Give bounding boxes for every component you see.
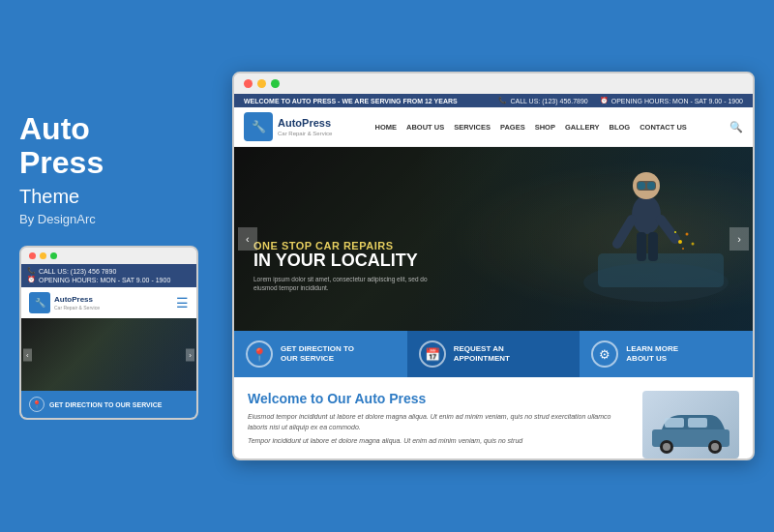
svg-point-20: [663, 443, 670, 451]
hero-text: ONE STOP CAR REPAIRS IN YOUR LOCALITY Lo…: [253, 240, 447, 292]
welcome-paragraph2: Tempor incididunt ut labore et dolore ma…: [248, 436, 631, 447]
mobile-cta-text: GET DIRECTION TO OUR SERVICE: [49, 401, 162, 408]
svg-rect-9: [637, 232, 646, 261]
desktop-hours-text: OPENING HOURS: MON - SAT 9.00 - 1900: [611, 98, 743, 104]
mobile-logo-text: AutoPress: [54, 295, 100, 305]
svg-point-13: [674, 231, 676, 233]
welcome-section: Welcome to Our Auto Press Eiusmod tempor…: [234, 377, 753, 458]
desktop-hero: ONE STOP CAR REPAIRS IN YOUR LOCALITY Lo…: [234, 147, 753, 331]
app-title: Auto Press: [19, 112, 208, 180]
desktop-right-info: 📞 CALL US: (123) 456.7890 ⏰ OPENING HOUR…: [498, 97, 743, 104]
welcome-heading: Welcome to Our Auto Press: [248, 391, 631, 406]
desktop-top-bar: [234, 74, 753, 94]
mobile-mockup: 📞 CALL US: (123) 456 7890 ⏰ OPENING HOUR…: [19, 246, 198, 420]
desktop-mockup: WELCOME TO AUTO PRESS - WE ARE SERVING F…: [232, 72, 755, 460]
desktop-dot-red: [244, 79, 253, 88]
clock-icon: ⏰: [600, 97, 609, 104]
search-icon[interactable]: 🔍: [729, 121, 743, 133]
cta-direction[interactable]: 📍 GET DIRECTION TO OUR SERVICE: [234, 331, 407, 377]
mobile-prev-arrow[interactable]: ‹: [23, 348, 32, 361]
mobile-next-arrow[interactable]: ›: [186, 348, 194, 361]
cta-appointment-text: REQUEST AN APPOINTMENT: [454, 344, 510, 365]
cta-appointment-icon: 📅: [419, 340, 446, 368]
desktop-logo-area: 🔧 AutoPress Car Repair & Service: [244, 112, 332, 141]
svg-point-2: [632, 195, 661, 234]
desktop-info-bar: WELCOME TO AUTO PRESS - WE ARE SERVING F…: [234, 94, 753, 107]
mobile-logo-area: 🔧 AutoPress Car Repair & Service: [29, 292, 100, 313]
svg-rect-1: [598, 253, 724, 287]
desktop-nav-links: HOME ABOUT US SERVICES PAGES SHOP GALLER…: [375, 123, 687, 132]
mobile-nav-bar: 🔧 AutoPress Car Repair & Service ☰: [21, 287, 196, 318]
cta-appointment[interactable]: 📅 REQUEST AN APPOINTMENT: [407, 331, 580, 377]
desktop-phone-info: 📞 CALL US: (123) 456.7890: [498, 97, 587, 104]
mobile-clock-icon: ⏰: [27, 276, 36, 283]
phone-icon: 📞: [498, 97, 507, 104]
desktop-logo-sub: Car Repair & Service: [278, 131, 332, 136]
mobile-hours-label: OPENING HOURS: MON - SAT 9.00 - 1900: [39, 277, 170, 283]
hero-next-arrow[interactable]: ›: [729, 227, 749, 251]
nav-home[interactable]: HOME: [375, 123, 398, 132]
welcome-text-area: Welcome to Our Auto Press Eiusmod tempor…: [248, 391, 631, 458]
mobile-phone-icon: 📞: [27, 267, 36, 275]
mobile-phone-label: CALL US: (123) 456 7890: [39, 268, 116, 275]
svg-point-12: [686, 233, 689, 236]
svg-rect-6: [647, 182, 655, 190]
mobile-info-bar: 📞 CALL US: (123) 456 7890 ⏰ OPENING HOUR…: [21, 264, 196, 287]
cta-direction-icon: 📍: [246, 340, 273, 368]
svg-point-11: [678, 240, 682, 244]
mobile-hero: ‹ ›: [21, 318, 196, 391]
svg-point-15: [682, 248, 684, 250]
hero-line2: IN YOUR LOCALITY: [253, 251, 447, 271]
nav-contact[interactable]: CONTACT US: [640, 123, 687, 132]
mobile-dot-yellow: [40, 252, 46, 259]
welcome-image: [642, 391, 739, 458]
svg-rect-10: [648, 232, 658, 261]
left-panel: Auto Press Theme By DesignArc 📞 CALL US:…: [19, 112, 208, 420]
mobile-logo-icon: 🔧: [29, 292, 50, 313]
svg-point-22: [711, 443, 719, 451]
cta-learn-more-text: LEARN MORE ABOUT US: [626, 344, 678, 365]
nav-services[interactable]: SERVICES: [454, 123, 491, 132]
app-subtitle: Theme: [19, 186, 208, 208]
app-by: By DesignArc: [19, 212, 208, 226]
desktop-nav-bar: 🔧 AutoPress Car Repair & Service HOME AB…: [234, 107, 753, 147]
desktop-logo-icon: 🔧: [244, 112, 273, 141]
hero-mechanic-bg: [416, 147, 753, 331]
welcome-paragraph1: Eiusmod tempor incididunt ut labore et d…: [248, 412, 631, 432]
hero-desc: Lorem ipsum dolor sit amet, consectetur …: [253, 275, 447, 292]
nav-shop[interactable]: SHOP: [535, 123, 555, 132]
svg-line-7: [617, 220, 632, 244]
welcome-heading-brand: Auto Press: [354, 391, 426, 406]
svg-rect-18: [688, 418, 707, 428]
desktop-cta-bar: 📍 GET DIRECTION TO OUR SERVICE 📅 REQUEST…: [234, 331, 753, 377]
svg-rect-5: [638, 182, 645, 190]
desktop-dot-yellow: [257, 79, 266, 88]
mobile-logo-sub: Car Repair & Service: [54, 305, 100, 310]
mobile-dot-green: [50, 252, 57, 259]
nav-about[interactable]: ABOUT US: [406, 123, 444, 132]
svg-point-14: [692, 243, 695, 246]
nav-pages[interactable]: PAGES: [500, 123, 525, 132]
mobile-top-bar: [21, 248, 196, 264]
svg-rect-17: [665, 418, 684, 428]
svg-line-8: [661, 220, 675, 239]
mobile-hero-mechanic: [91, 318, 196, 391]
mechanic-figure: [579, 157, 733, 311]
cta-learn-more-icon: ⚙: [591, 340, 618, 368]
mobile-hero-bg: [21, 318, 196, 391]
cta-learn-more[interactable]: ⚙ LEARN MORE ABOUT US: [580, 331, 753, 377]
mobile-cta-icon: 📍: [29, 397, 45, 412]
desktop-phone-text: CALL US: (123) 456.7890: [510, 98, 587, 104]
desktop-dot-green: [271, 79, 280, 88]
nav-gallery[interactable]: GALLERY: [565, 123, 600, 132]
mobile-cta-bar[interactable]: 📍 GET DIRECTION TO OUR SERVICE: [21, 391, 196, 418]
desktop-welcome-text: WELCOME TO AUTO PRESS - WE ARE SERVING F…: [244, 98, 458, 104]
hero-prev-arrow[interactable]: ‹: [238, 227, 257, 251]
desktop-logo-name: AutoPress: [278, 117, 332, 130]
mobile-dot-red: [29, 252, 36, 259]
desktop-hours-info: ⏰ OPENING HOURS: MON - SAT 9.00 - 1900: [600, 97, 743, 104]
welcome-heading-start: Welcome to Our: [248, 391, 351, 406]
cta-direction-text: GET DIRECTION TO OUR SERVICE: [281, 344, 354, 365]
hamburger-icon[interactable]: ☰: [176, 295, 189, 310]
nav-blog[interactable]: BLOG: [610, 123, 631, 132]
